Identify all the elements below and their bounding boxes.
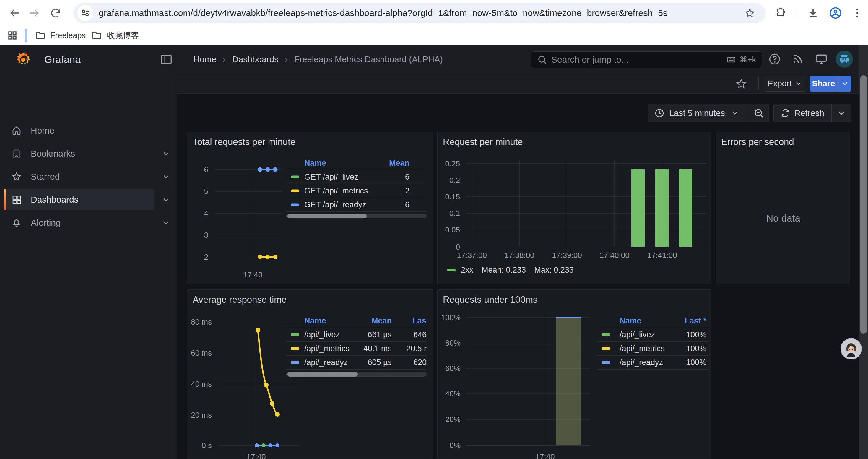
- legend-divider: [597, 341, 709, 342]
- legend-mean-value: 40.1 ms: [353, 344, 392, 353]
- search-input[interactable]: Search or jump to... ⌘+k: [531, 52, 762, 68]
- legend-col-last[interactable]: Last *: [661, 316, 706, 326]
- breadcrumb-dashboards[interactable]: Dashboards: [232, 55, 278, 64]
- legend-value: 2: [365, 186, 409, 196]
- refresh-button[interactable]: Refresh: [773, 104, 831, 122]
- legend-name[interactable]: GET /api/_readyz: [304, 200, 366, 209]
- legend-swatch-green[interactable]: [291, 176, 299, 178]
- share-menu-button[interactable]: [838, 76, 851, 92]
- download-icon[interactable]: [807, 7, 819, 19]
- chevron-down-icon[interactable]: [162, 219, 170, 227]
- y-tick: 60%: [445, 364, 461, 373]
- legend-value: 6: [365, 200, 409, 209]
- panel-request-per-minute[interactable]: Request per minute 0.25 0.2 0.15 0.1 0.0…: [437, 132, 711, 284]
- legend-scrollbar-thumb[interactable]: [287, 214, 367, 218]
- panel-total-requests[interactable]: Total requests per minute 6 5 4 3 2 17:4…: [187, 132, 433, 284]
- legend-col-name[interactable]: Name: [304, 316, 326, 326]
- legend-scrollbar-thumb[interactable]: [287, 372, 358, 376]
- share-button[interactable]: Share: [809, 76, 838, 92]
- legend-col-name[interactable]: Name: [304, 159, 326, 168]
- refresh-interval-button[interactable]: [831, 104, 851, 122]
- panel-title[interactable]: Errors per second: [721, 137, 794, 147]
- toolbar-divider: [797, 7, 797, 20]
- sidebar-item-starred[interactable]: Starred: [0, 165, 177, 188]
- back-icon[interactable]: [9, 7, 21, 19]
- sidebar-item-home[interactable]: Home: [0, 119, 177, 142]
- display-icon[interactable]: [815, 53, 828, 66]
- panel-title[interactable]: Requests under 100ms: [443, 294, 538, 305]
- legend-swatch-blue[interactable]: [602, 361, 610, 364]
- gridline: [466, 230, 707, 230]
- legend-name[interactable]: /api/_livez: [304, 330, 340, 339]
- site-settings-icon[interactable]: [78, 5, 93, 21]
- extensions-icon[interactable]: [775, 7, 787, 19]
- export-button[interactable]: Export: [764, 76, 806, 92]
- legend-swatch-green[interactable]: [447, 269, 456, 271]
- folder-icon: [92, 30, 102, 41]
- sidebar-item-dashboards[interactable]: Dashboards: [0, 188, 177, 211]
- legend-name[interactable]: /api/_readyz: [304, 358, 348, 367]
- zoom-out-button[interactable]: [748, 104, 769, 122]
- legend-name[interactable]: /api/_metrics: [304, 344, 349, 353]
- legend-name[interactable]: /api/_readyz: [620, 358, 663, 367]
- grafana-logo-icon[interactable]: [16, 52, 32, 68]
- panel-avg-response-time[interactable]: Average response time 80 ms 60 ms 40 ms …: [187, 290, 433, 459]
- legend-swatch-yellow[interactable]: [291, 190, 299, 192]
- legend-swatch-green[interactable]: [602, 333, 610, 336]
- chevron-down-icon[interactable]: [162, 196, 170, 204]
- favorite-star-icon[interactable]: [736, 78, 747, 90]
- tab-group-indicator[interactable]: [25, 29, 27, 42]
- url-text[interactable]: grafana.mathmast.com/d/deytv4rwavabkb/fr…: [99, 3, 668, 23]
- panel-title[interactable]: Total requests per minute: [193, 137, 296, 147]
- url-bar[interactable]: grafana.mathmast.com/d/deytv4rwavabkb/fr…: [73, 3, 766, 23]
- breadcrumb-home[interactable]: Home: [193, 55, 216, 64]
- legend-swatch-blue[interactable]: [291, 203, 299, 206]
- legend-col-mean[interactable]: Mean: [365, 159, 409, 168]
- reload-icon[interactable]: [50, 7, 61, 19]
- menu-dots-icon[interactable]: [851, 7, 863, 19]
- apps-grid-icon[interactable]: [7, 30, 18, 41]
- legend-scrollbar[interactable]: [286, 214, 427, 218]
- legend-mean: Mean: 0.233: [482, 266, 526, 275]
- y-tick: 40%: [445, 389, 461, 398]
- time-range-picker[interactable]: Last 5 minutes: [648, 104, 748, 122]
- panel-requests-under-100ms[interactable]: Requests under 100ms 100% 80% 60% 40% 20…: [437, 290, 711, 459]
- panel-title[interactable]: Request per minute: [443, 137, 523, 147]
- brand-title[interactable]: Grafana: [44, 45, 81, 74]
- page-scrollbar-thumb[interactable]: [860, 75, 867, 334]
- sidebar-item-alerting[interactable]: Alerting: [0, 211, 177, 234]
- legend-scrollbar[interactable]: [286, 372, 427, 376]
- legend-swatch-blue[interactable]: [291, 361, 299, 364]
- user-avatar[interactable]: [836, 50, 853, 68]
- y-tick: 4: [204, 209, 208, 218]
- panel-errors-per-second[interactable]: Errors per second No data: [716, 132, 850, 284]
- bookmark-folder-blogs[interactable]: 收藏博客: [92, 28, 139, 42]
- sidebar-item-bookmarks[interactable]: Bookmarks: [0, 142, 177, 165]
- legend-col-last[interactable]: Las: [412, 316, 426, 326]
- forward-icon[interactable]: [28, 7, 40, 19]
- bookmark-folder-freeleaps[interactable]: Freeleaps: [35, 28, 86, 42]
- floating-assistant-avatar[interactable]: [840, 338, 862, 359]
- legend-col-name[interactable]: Name: [620, 316, 642, 326]
- legend-swatch-yellow[interactable]: [602, 347, 610, 350]
- legend-swatch-green[interactable]: [291, 333, 299, 336]
- legend-series[interactable]: 2xx: [461, 266, 473, 275]
- profile-icon[interactable]: [829, 6, 841, 18]
- legend-swatch-yellow[interactable]: [291, 347, 299, 350]
- sidebar-collapse-icon[interactable]: [159, 53, 173, 66]
- legend-name[interactable]: GET /api/_livez: [304, 172, 359, 182]
- news-rss-icon[interactable]: [791, 53, 804, 66]
- legend-divider: [286, 170, 427, 170]
- help-icon[interactable]: [768, 53, 781, 66]
- x-tick: 17:41:00: [647, 251, 677, 260]
- bookmark-star-icon[interactable]: [745, 8, 755, 18]
- gridline: [466, 180, 707, 181]
- legend-name[interactable]: /api/_metrics: [620, 344, 665, 353]
- legend-name[interactable]: /api/_livez: [620, 330, 655, 339]
- legend-col-mean[interactable]: Mean: [353, 316, 392, 326]
- no-data-message: No data: [766, 213, 800, 224]
- chevron-down-icon[interactable]: [162, 172, 170, 181]
- legend-name[interactable]: GET /api/_metrics: [304, 186, 368, 196]
- chevron-down-icon[interactable]: [162, 150, 170, 158]
- legend-divider: [286, 328, 427, 328]
